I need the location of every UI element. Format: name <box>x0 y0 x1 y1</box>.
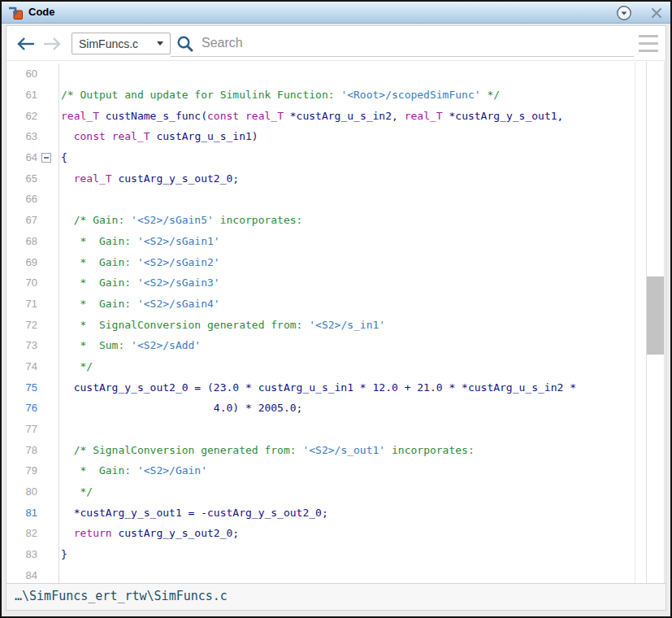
model-element-link[interactable]: '<S2>/s_out1' <box>302 444 385 456</box>
file-selector-dropdown[interactable]: SimFuncs.c <box>72 33 171 54</box>
code-text: /* SignalConversion generated from: '<S2… <box>59 444 475 456</box>
code-line: 83} <box>7 544 635 565</box>
code-text: /* Gain: '<S2>/sGain5' incorporates: <box>59 214 302 226</box>
search-icon <box>176 34 195 54</box>
model-element-link[interactable]: '<S2>/Gain' <box>137 464 207 477</box>
code-text: const real_T custArg_u_s_in1) <box>59 130 258 142</box>
code-line: 61/* Output and update for Simulink Func… <box>7 85 635 106</box>
model-element-link[interactable]: '<S2>/s_in1' <box>309 319 385 331</box>
code-line: 84 <box>7 565 635 584</box>
line-number: 83 <box>7 548 37 560</box>
model-element-link[interactable]: '<S2>/sGain5' <box>131 214 214 226</box>
line-number: 71 <box>7 298 37 310</box>
code-line: 64{ <box>7 147 635 168</box>
model-element-link[interactable]: '<Root>/scopedSimFunc' <box>340 89 480 101</box>
code-line: 63 const real_T custArg_u_s_in1) <box>7 126 635 147</box>
line-number: 84 <box>7 569 37 581</box>
code-line: 76 4.0) * 2005.0; <box>7 398 635 419</box>
line-number: 75 <box>7 381 37 394</box>
scrollbar <box>635 62 665 583</box>
code-line: 70 * Gain: '<S2>/sGain3' <box>7 272 635 294</box>
code-text: return custArg_y_s_out2_0; <box>59 527 239 539</box>
line-number: 65 <box>7 172 37 185</box>
code-text: custArg_y_s_out2_0 = (23.0 * custArg_u_s… <box>59 381 576 394</box>
code-text: * Gain: '<S2>/Gain' <box>59 464 207 477</box>
code-text: * Gain: '<S2>/sGain2' <box>59 256 220 268</box>
code-text: /* Output and update for Simulink Functi… <box>59 89 500 101</box>
code-line: 62real_T custName_s_func(const real_T *c… <box>7 105 635 126</box>
search-field <box>171 30 634 57</box>
code-line: 67 /* Gain: '<S2>/sGain5' incorporates: <box>7 210 635 231</box>
line-number: 74 <box>7 360 37 372</box>
fold-column <box>37 398 59 419</box>
code-text: * Gain: '<S2>/sGain3' <box>59 276 220 289</box>
fold-column <box>37 565 59 584</box>
line-number: 70 <box>7 276 37 289</box>
file-selector-label: SimFuncs.c <box>79 37 157 50</box>
code-line: 73 * Sum: '<S2>/sAdd' <box>7 335 635 356</box>
fold-column <box>37 523 59 544</box>
code-text: * Gain: '<S2>/sGain4' <box>59 298 220 310</box>
fold-column <box>37 272 59 294</box>
simulink-code-icon <box>7 4 24 20</box>
code-line: 74 */ <box>7 356 635 377</box>
fold-column <box>37 168 59 189</box>
line-number: 63 <box>7 130 37 142</box>
code-line: 77 <box>7 419 635 440</box>
close-icon[interactable] <box>649 6 664 20</box>
fold-column <box>37 439 59 460</box>
line-number: 66 <box>7 193 37 205</box>
fold-column <box>37 314 59 335</box>
line-number: 76 <box>7 402 37 414</box>
back-button[interactable] <box>15 33 37 55</box>
code-text: */ <box>59 360 93 372</box>
fold-column <box>37 105 59 126</box>
model-element-link[interactable]: '<S2>/sGain4' <box>137 298 220 310</box>
search-input[interactable] <box>202 33 527 54</box>
code-window: Code SimFuncs.c <box>0 0 672 618</box>
fold-column <box>37 356 59 377</box>
fold-column <box>37 231 59 252</box>
fold-column <box>37 460 59 481</box>
scrollbar-thumb[interactable] <box>647 276 664 355</box>
model-element-link[interactable]: '<S2>/sGain1' <box>137 235 220 247</box>
line-number: 77 <box>7 423 37 435</box>
code-text: */ <box>59 485 93 498</box>
title-bar: Code <box>2 2 670 24</box>
fold-column <box>37 126 59 147</box>
hamburger-menu-icon[interactable] <box>638 35 659 53</box>
model-element-link[interactable]: '<S2>/sGain2' <box>137 256 220 268</box>
code-text: * Sum: '<S2>/sAdd' <box>59 339 201 351</box>
model-element-link[interactable]: '<S2>/sGain3' <box>137 276 220 289</box>
fold-column <box>37 335 59 356</box>
fold-column <box>37 481 59 503</box>
code-rows: 6061/* Output and update for Simulink Fu… <box>7 62 635 583</box>
code-line: 75 custArg_y_s_out2_0 = (23.0 * custArg_… <box>7 376 635 398</box>
toolbar: SimFuncs.c <box>7 26 665 61</box>
line-number: 61 <box>7 89 37 101</box>
fold-column <box>37 189 59 210</box>
code-line: 66 <box>7 189 635 210</box>
code-fold-toggle[interactable] <box>41 153 51 163</box>
window-title: Code <box>28 2 55 23</box>
code-line: 72 * SignalConversion generated from: '<… <box>7 314 635 335</box>
code-text: *custArg_y_s_out1 = -custArg_y_s_out2_0; <box>59 507 328 519</box>
status-bar: …\SimFuncs_ert_rtw\SimFuncs.c <box>7 583 665 610</box>
dock-menu-icon[interactable] <box>616 5 632 21</box>
line-number: 67 <box>7 214 37 226</box>
code-text: { <box>59 151 67 163</box>
fold-column <box>37 147 59 168</box>
fold-column <box>37 251 59 272</box>
line-number: 82 <box>7 527 37 539</box>
model-element-link[interactable]: '<S2>/sAdd' <box>131 339 201 351</box>
fold-column <box>37 294 59 315</box>
forward-button[interactable] <box>41 33 63 55</box>
line-number: 81 <box>7 507 37 519</box>
line-number: 60 <box>7 67 37 80</box>
fold-column <box>37 376 59 398</box>
chevron-down-icon <box>157 41 163 46</box>
fold-column <box>37 210 59 231</box>
code-line: 65 real_T custArg_y_s_out2_0; <box>7 168 635 189</box>
line-number: 68 <box>7 235 37 247</box>
fold-column <box>37 85 59 106</box>
